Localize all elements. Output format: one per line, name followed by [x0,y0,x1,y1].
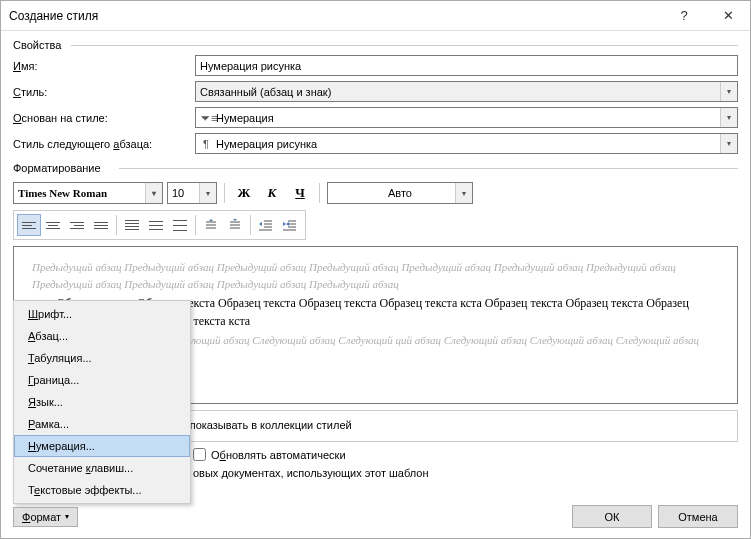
line-spacing-tight-button[interactable] [120,214,144,236]
close-button[interactable]: ✕ [706,1,750,31]
next-style-select[interactable]: ¶ Нумерация рисунка ▾ [195,133,738,154]
ok-button[interactable]: ОК [572,505,652,528]
based-on-label: Основан на стиле: [13,112,195,124]
indent-decrease-button[interactable] [254,214,278,236]
name-label: Имя: [13,60,195,72]
window-title: Создание стиля [9,9,662,23]
format-menu: Шрифт... Абзац... Табуляция... Граница..… [13,300,191,504]
auto-update-row: Обновлять автоматически [193,448,738,461]
cancel-button[interactable]: Отмена [658,505,738,528]
line-spacing-medium-button[interactable] [144,214,168,236]
templates-row: овых документах, использующих этот шабло… [193,467,738,479]
align-center-button[interactable] [41,214,65,236]
titlebar: Создание стиля ? ✕ [1,1,750,31]
formatting-toolbar-2 [13,210,306,240]
next-style-label: Стиль следующего абзаца: [13,138,195,150]
style-type-select[interactable]: Связанный (абзац и знак) ▾ [195,81,738,102]
chevron-down-icon: ▾ [199,183,216,203]
chevron-down-icon: ▾ [720,82,737,101]
auto-update-label: Обновлять автоматически [211,449,346,461]
style-type-label: Стиль: [13,86,195,98]
help-button[interactable]: ? [662,1,706,31]
space-before-dec-button[interactable] [223,214,247,236]
create-style-dialog: Создание стиля ? ✕ Свойства Имя: Стиль: … [0,0,751,539]
font-color-select[interactable]: Авто ▾ [327,182,473,204]
dropdown-icon: ▾ [65,512,69,521]
menu-border[interactable]: Граница... [14,369,190,391]
footer: Формат▾ ОК Отмена [13,505,738,528]
line-spacing-loose-button[interactable] [168,214,192,236]
font-size-select[interactable]: 10 ▾ [167,182,217,204]
italic-button[interactable]: К [260,182,284,204]
auto-update-checkbox[interactable] [193,448,206,461]
align-left-button[interactable] [17,214,41,236]
format-button[interactable]: Формат▾ [13,507,78,527]
properties-group-label: Свойства [13,39,738,51]
chevron-down-icon: ▾ [720,108,737,127]
bold-button[interactable]: Ж [232,182,256,204]
chevron-down-icon: ▾ [455,183,472,203]
menu-language[interactable]: Язык... [14,391,190,413]
align-justify-button[interactable] [89,214,113,236]
menu-font[interactable]: Шрифт... [14,303,190,325]
menu-numbering[interactable]: Нумерация... [14,435,190,457]
underline-button[interactable]: Ч [288,182,312,204]
templates-label: овых документах, использующих этот шабло… [193,467,428,479]
paragraph-icon: ¶ [200,138,212,150]
menu-paragraph[interactable]: Абзац... [14,325,190,347]
space-before-inc-button[interactable] [199,214,223,236]
menu-tabs[interactable]: Табуляция... [14,347,190,369]
based-on-select[interactable]: ⏷≡ Нумерация ▾ [195,107,738,128]
name-input[interactable] [195,55,738,76]
menu-shortcut[interactable]: Сочетание клавиш... [14,457,190,479]
preview-previous-text: Предыдущий абзац Предыдущий абзац Предыд… [32,259,719,292]
formatting-group-label: Форматирование [13,162,738,174]
indent-increase-button[interactable] [278,214,302,236]
numbering-icon: ⏷≡ [200,112,212,124]
formatting-toolbar-1: Times New Roman ▾ 10 ▾ Ж К Ч Авто ▾ [13,182,738,204]
align-right-button[interactable] [65,214,89,236]
chevron-down-icon: ▾ [720,134,737,153]
menu-text-effects[interactable]: Текстовые эффекты... [14,479,190,501]
chevron-down-icon: ▾ [145,183,162,203]
menu-frame[interactable]: Рамка... [14,413,190,435]
font-family-select[interactable]: Times New Roman ▾ [13,182,163,204]
